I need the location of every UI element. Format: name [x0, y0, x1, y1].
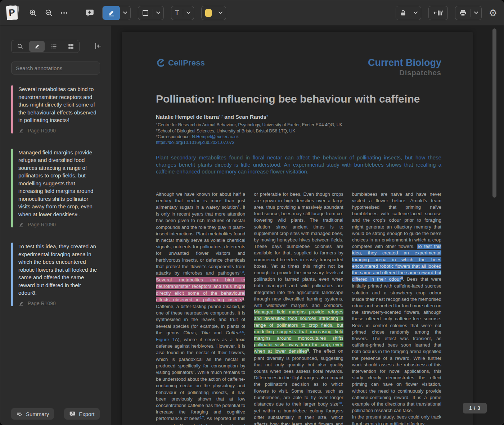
printer-icon	[459, 9, 467, 17]
zoom-in-button[interactable]	[27, 6, 39, 20]
chevron-down-icon	[219, 12, 222, 14]
article-title: Pollination: Influencing bee behaviour w…	[156, 93, 441, 105]
shape-tool-group	[138, 6, 164, 20]
annotation-page-ref: Page R1090	[28, 222, 56, 227]
print-tool-group	[455, 6, 482, 20]
color-swatch-button[interactable]	[202, 6, 215, 20]
text-span: Centre for Research in Animal Behaviour,…	[158, 122, 342, 127]
pdf-page: CellPress Current Biology Dispatches Pol…	[122, 32, 473, 425]
pen-icon	[18, 222, 24, 227]
text-options-chevron[interactable]	[183, 6, 194, 20]
list-icon	[51, 43, 57, 50]
article-body: Although we have known for about half a …	[156, 191, 441, 425]
annotations-sidebar: Several metabolites can bind to neurotra…	[0, 26, 111, 425]
annotation-list: Several metabolites can bind to neurotra…	[0, 74, 111, 306]
highlighted-text: Several metabolites can bind to neurotra…	[156, 277, 245, 302]
text-span: 10	[338, 401, 342, 405]
text-span: In the present study, bees could only tr…	[352, 414, 441, 425]
correspondence-line: *Correspondence: N.Hempel@exeter.ac.uk	[156, 134, 441, 140]
text-span: bumblebees are naïve and have never visi…	[352, 191, 441, 249]
comment-plus-icon	[85, 8, 94, 18]
highlighter-options-chevron[interactable]	[120, 6, 130, 20]
text-span: . The effect on plant diversity is prono…	[254, 348, 343, 407]
chevron-down-icon	[414, 12, 418, 14]
sidebar-tab-annotations[interactable]	[29, 41, 45, 52]
sidebar-tab-outline[interactable]	[45, 40, 62, 53]
lock-icon	[400, 9, 407, 17]
app-logo[interactable]: P	[5, 5, 20, 21]
library-group	[428, 6, 448, 20]
page-indicator: 1 / 3	[463, 403, 487, 413]
zoom-out-icon	[45, 9, 53, 17]
annotation-card[interactable]: Managed field margins provide refuges an…	[11, 149, 101, 228]
back-to-library-button[interactable]	[429, 6, 447, 20]
annotation-color-bar	[11, 149, 13, 228]
annotation-text: Several metabolites can bind to neurotra…	[18, 85, 101, 124]
grid-icon	[68, 43, 74, 50]
summary-button-label: Summary	[26, 411, 49, 417]
settings-button[interactable]: ⚙	[489, 8, 497, 18]
body-column-2: or preferable for bees. Even though crop…	[254, 191, 343, 425]
lock-options-chevron[interactable]	[410, 6, 421, 20]
print-options-chevron[interactable]	[471, 6, 481, 20]
text-span: Citrus	[183, 330, 195, 335]
highlighter-icon	[107, 9, 115, 17]
main-content: Several metabolites can bind to neurotra…	[0, 26, 504, 425]
annotation-card[interactable]: To test this idea, they created an exper…	[11, 243, 101, 306]
more-options-button[interactable]	[58, 6, 70, 20]
journal-name: Current Biology	[368, 58, 441, 68]
text-span: .	[244, 270, 246, 276]
journal-header: Current Biology Dispatches	[368, 58, 441, 77]
text-span: . While much remains to be understood ab…	[156, 370, 245, 421]
pen-icon	[18, 300, 24, 306]
document-viewer[interactable]: CellPress Current Biology Dispatches Pol…	[111, 26, 504, 425]
chevron-down-icon	[186, 12, 190, 14]
affiliation-line: 2School of Biological Sciences, Universi…	[156, 128, 441, 135]
text-span: and Sean Rands	[223, 114, 266, 120]
text-tool-icon: T	[175, 9, 179, 17]
affiliation-line: 1Centre for Research in Animal Behaviour…	[156, 122, 441, 128]
text-span: . Caffeine, a bitter-tasting purine alka…	[156, 297, 245, 335]
annotation-card[interactable]: Several metabolites can bind to neurotra…	[11, 85, 101, 134]
ellipsis-icon	[60, 9, 68, 17]
text-link[interactable]: Figure 1	[156, 337, 175, 342]
summary-button[interactable]: Summary	[11, 408, 54, 420]
annotation-page-ref: Page R1090	[28, 300, 56, 306]
add-comment-button[interactable]	[84, 6, 96, 20]
annotation-page-ref: Page R1090	[28, 128, 56, 134]
color-options-chevron[interactable]	[215, 6, 226, 20]
print-button[interactable]	[455, 6, 471, 20]
sidebar-tab-thumbnails[interactable]	[62, 40, 79, 53]
text-span: 2	[266, 114, 268, 118]
search-annotations-input[interactable]	[11, 62, 100, 74]
annotation-color-bar	[11, 85, 13, 134]
article-authors: Natalie Hempel de Ibarra1,* and Sean Ran…	[156, 114, 441, 120]
export-button-label: Export	[79, 411, 94, 417]
shape-tool-button[interactable]	[138, 6, 153, 20]
shape-options-chevron[interactable]	[153, 6, 163, 20]
text-span: , it is only in recent years that more a…	[156, 204, 245, 276]
text-link[interactable]: N.Hempel@exeter.ac.uk	[192, 134, 239, 139]
toolbar: P	[0, 0, 504, 26]
text-span: Although we have known for about half a …	[156, 191, 245, 210]
text-span: *Correspondence:	[156, 134, 192, 139]
sidebar-tab-search[interactable]	[12, 40, 28, 53]
export-button[interactable]: Export	[64, 408, 99, 420]
article-affiliations: 1Centre for Research in Animal Behaviour…	[156, 122, 441, 145]
lock-button[interactable]	[396, 6, 410, 20]
color-tool-group	[201, 6, 226, 20]
logo-front-page: P	[6, 5, 18, 20]
text-span: 1	[156, 122, 158, 126]
text-span: 1,*	[219, 114, 223, 118]
highlighter-tool-button[interactable]	[103, 6, 120, 20]
chevron-down-icon	[474, 12, 478, 14]
text-link[interactable]: https://doi.org/10.1016/j.cub.2021.07.07…	[156, 140, 234, 145]
highlighted-text: 9	[307, 348, 309, 352]
collapse-sidebar-button[interactable]	[94, 42, 102, 51]
text-tool-button[interactable]: T	[171, 6, 183, 20]
scrollbar-thumb[interactable]	[492, 28, 496, 198]
journal-section: Dispatches	[368, 69, 441, 77]
zoom-out-button[interactable]	[43, 6, 55, 20]
text-span: ,	[195, 330, 201, 335]
toolbar-divider	[76, 0, 76, 26]
